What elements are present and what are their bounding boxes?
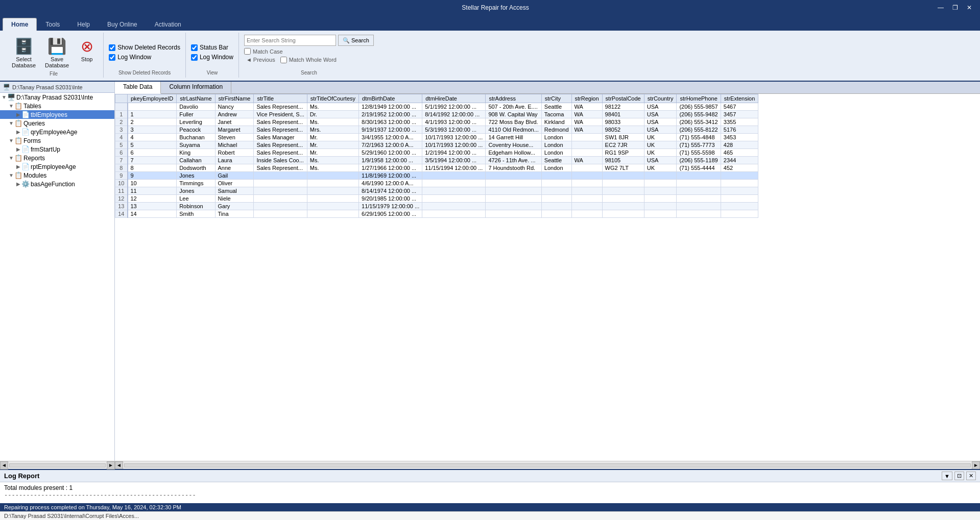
horizontal-scrollbar[interactable]: ◄ ► xyxy=(115,461,980,469)
tree-node-tblEmployees[interactable]: ▶ 📄 tblEmployees xyxy=(0,110,114,119)
tree-node-root[interactable]: ▼ 🖥️ D:\Tanay Prasad S2031\Inte xyxy=(0,93,114,102)
log-title: Log Report xyxy=(4,472,39,480)
data-table-container[interactable]: pkeyEmployeeID strLastName strFirstName … xyxy=(115,94,980,461)
log-window-checkbox[interactable] xyxy=(109,54,115,61)
log-window-checkbox-row[interactable]: Log Window xyxy=(109,54,180,61)
tree-node-tables[interactable]: ▼ 📋 Tables xyxy=(0,102,114,110)
cell-strTitle xyxy=(254,187,307,195)
tree-path-icon: 🖥️ xyxy=(3,84,10,90)
cell-strExtension xyxy=(721,180,758,187)
left-scroll-right[interactable]: ► xyxy=(107,461,115,469)
table-row[interactable]: DavolioNancySales Represent...Ms.12/8/19… xyxy=(115,103,758,111)
reports-expander: ▼ xyxy=(8,155,14,161)
status-bar-checkbox[interactable] xyxy=(191,44,198,51)
cell-dtmHireDate: 10/17/1993 12:00:00 ... xyxy=(422,141,486,149)
stop-button[interactable]: ⊗ Stop xyxy=(75,35,99,65)
previous-button[interactable]: ◄ Previous xyxy=(244,56,277,64)
cell-strFirstName: Samual xyxy=(215,187,254,195)
close-button[interactable]: ✕ xyxy=(964,3,975,12)
left-scroll-left[interactable]: ◄ xyxy=(0,461,8,469)
tab-help[interactable]: Help xyxy=(68,18,99,31)
cell-strHomePhone xyxy=(677,172,721,180)
left-panel-scrollbar[interactable]: ◄ ► xyxy=(0,461,115,469)
tab-tools[interactable]: Tools xyxy=(37,18,68,31)
tree-node-forms[interactable]: ▼ 📋 Forms xyxy=(0,136,114,145)
table-row[interactable]: 11FullerAndrewVice President, S...Dr.2/1… xyxy=(115,111,758,118)
tree-node-reports[interactable]: ▼ 📋 Reports xyxy=(0,154,114,162)
cell-strCountry: USA xyxy=(644,111,677,118)
scroll-track[interactable] xyxy=(124,463,971,467)
cell-strCity xyxy=(541,210,571,218)
scroll-left-button[interactable]: ◄ xyxy=(115,461,123,469)
basAgeFunction-label: basAgeFunction xyxy=(31,181,75,188)
row-number-cell: 4 xyxy=(115,134,128,141)
cell-strCountry: USA xyxy=(644,126,677,134)
tab-buy-online[interactable]: Buy Online xyxy=(99,18,146,31)
tab-home[interactable]: Home xyxy=(3,18,37,31)
table-row[interactable]: 77CallahanLauraInside Sales Coo...Ms.1/9… xyxy=(115,157,758,164)
tree-node-modules[interactable]: ▼ 📋 Modules xyxy=(0,171,114,180)
table-row[interactable]: 1313RobinsonGary11/15/1979 12:00:00 ... xyxy=(115,203,758,210)
table-row[interactable]: 44BuchananStevenSales ManagerMr.3/4/1955… xyxy=(115,134,758,141)
tree-node-frmStartUp[interactable]: ▶ 📄 frmStartUp xyxy=(0,145,114,154)
search-button-label: Search xyxy=(351,37,369,43)
table-row[interactable]: 1010TimmingsOliver4/6/1990 12:00:0 A... xyxy=(115,180,758,187)
match-case-checkbox[interactable] xyxy=(244,48,251,55)
match-case-row[interactable]: Match Case xyxy=(244,48,374,55)
show-deleted-checkbox-row[interactable]: Show Deleted Records xyxy=(109,44,180,51)
table-row[interactable]: 1212LeeNiele9/20/1985 12:00:00 ... xyxy=(115,195,758,203)
cell-dtmBirthDate: 8/14/1974 12:00:00 ... xyxy=(359,187,422,195)
cell-strCity xyxy=(541,203,571,210)
table-row[interactable]: 33PeacockMargaretSales Represent...Mrs.9… xyxy=(115,126,758,134)
match-whole-checkbox[interactable] xyxy=(280,57,287,63)
tree-node-qryEmployeeAge[interactable]: ▶ 📄 qryEmployeeAge xyxy=(0,128,114,136)
rptEmployeeAge-icon: 📄 xyxy=(21,163,30,170)
select-database-button[interactable]: 🗄️ SelectDatabase xyxy=(8,35,39,71)
search-input[interactable] xyxy=(244,35,336,46)
cell-strCity xyxy=(541,195,571,203)
table-row[interactable]: 66KingRobertSales Represent...Mr.5/29/19… xyxy=(115,149,758,157)
cell-strTitle xyxy=(254,180,307,187)
cell-strCity xyxy=(541,172,571,180)
cell-dtmBirthDate: 4/6/1990 12:00:0 A... xyxy=(359,180,422,187)
cell-strRegion xyxy=(571,180,602,187)
tab-table-data[interactable]: Table Data xyxy=(115,82,161,94)
tree-node-rptEmployeeAge[interactable]: ▶ 📄 rptEmployeeAge xyxy=(0,162,114,171)
show-deleted-checkbox[interactable] xyxy=(109,44,115,51)
cell-strLastName: Peacock xyxy=(177,126,215,134)
tab-column-information[interactable]: Column Information xyxy=(161,82,231,93)
tab-activation[interactable]: Activation xyxy=(146,18,190,31)
tblEmployees-label: tblEmployees xyxy=(31,111,67,118)
log-window2-checkbox-row[interactable]: Log Window xyxy=(191,54,233,61)
col-header-strFirstName: strFirstName xyxy=(215,94,254,103)
save-database-button[interactable]: 💾 SaveDatabase xyxy=(41,35,73,71)
match-whole-label: Match Whole Word xyxy=(289,57,337,63)
search-button[interactable]: 🔍 Search xyxy=(338,35,374,46)
tree-node-queries[interactable]: ▼ 📋 Queries xyxy=(0,119,114,128)
tree-node-basAgeFunction[interactable]: ▶ ⚙️ basAgeFunction xyxy=(0,180,114,188)
cell-strTitle: Sales Represent... xyxy=(254,103,307,111)
cell-strTitle: Sales Represent... xyxy=(254,164,307,172)
table-row[interactable]: 88DodsworthAnneSales Represent...Ms.1/27… xyxy=(115,164,758,172)
table-row[interactable]: 55SuyamaMichaelSales Represent...Mr.7/2/… xyxy=(115,141,758,149)
cell-dtmBirthDate: 11/15/1979 12:00:00 ... xyxy=(359,203,422,210)
qryEmployeeAge-label: qryEmployeeAge xyxy=(31,129,77,136)
cell-strTitle: Sales Represent... xyxy=(254,118,307,126)
log-collapse-button[interactable]: ▼ xyxy=(942,472,952,480)
log-window2-checkbox[interactable] xyxy=(191,54,198,61)
table-row[interactable]: 1111JonesSamual8/14/1974 12:00:00 ... xyxy=(115,187,758,195)
cell-strLastName: Fuller xyxy=(177,111,215,118)
minimize-button[interactable]: — xyxy=(935,3,947,12)
cell-strPostalCode: WG2 7LT xyxy=(602,164,644,172)
table-row[interactable]: 1414SmithTina6/29/1905 12:00:00 ... xyxy=(115,210,758,218)
cell-dtmBirthDate: 11/8/1969 12:00:00 ... xyxy=(359,172,422,180)
table-row[interactable]: 99JonesGail11/8/1969 12:00:00 ... xyxy=(115,172,758,180)
scroll-right-button[interactable]: ► xyxy=(972,461,980,469)
maximize-button[interactable]: ❐ xyxy=(949,3,961,12)
log-float-button[interactable]: ⊡ xyxy=(954,472,964,480)
match-whole-row[interactable]: Match Whole Word xyxy=(280,57,337,63)
log-close-button[interactable]: ✕ xyxy=(966,472,976,480)
left-scroll-track[interactable] xyxy=(9,463,106,467)
table-row[interactable]: 22LeverlingJanetSales Represent...Ms.8/3… xyxy=(115,118,758,126)
status-bar-checkbox-row[interactable]: Status Bar xyxy=(191,44,233,51)
